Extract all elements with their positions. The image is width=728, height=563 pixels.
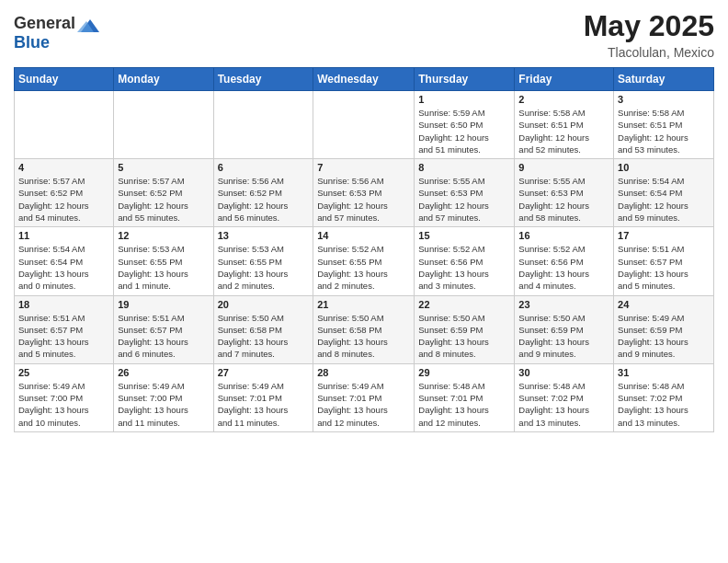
table-row: 19Sunrise: 5:51 AMSunset: 6:57 PMDayligh… bbox=[114, 295, 213, 363]
day-info: Sunrise: 5:49 AMSunset: 6:59 PMDaylight:… bbox=[618, 312, 710, 361]
day-info: Sunrise: 5:51 AMSunset: 6:57 PMDaylight:… bbox=[618, 243, 710, 292]
day-number: 13 bbox=[218, 230, 310, 241]
day-info: Sunrise: 5:52 AMSunset: 6:56 PMDaylight:… bbox=[518, 243, 609, 292]
table-row: 18Sunrise: 5:51 AMSunset: 6:57 PMDayligh… bbox=[15, 295, 114, 363]
table-row bbox=[114, 91, 213, 159]
day-number: 24 bbox=[618, 299, 710, 310]
table-row: 24Sunrise: 5:49 AMSunset: 6:59 PMDayligh… bbox=[614, 295, 714, 363]
day-number: 26 bbox=[118, 367, 209, 378]
logo: General Blue bbox=[14, 14, 99, 52]
table-row: 22Sunrise: 5:50 AMSunset: 6:59 PMDayligh… bbox=[415, 295, 515, 363]
table-row: 10Sunrise: 5:54 AMSunset: 6:54 PMDayligh… bbox=[614, 159, 714, 227]
table-row: 12Sunrise: 5:53 AMSunset: 6:55 PMDayligh… bbox=[114, 227, 213, 295]
table-row: 11Sunrise: 5:54 AMSunset: 6:54 PMDayligh… bbox=[15, 227, 114, 295]
day-number: 18 bbox=[18, 299, 109, 310]
table-row: 29Sunrise: 5:48 AMSunset: 7:01 PMDayligh… bbox=[415, 363, 515, 431]
day-info: Sunrise: 5:55 AMSunset: 6:53 PMDaylight:… bbox=[418, 175, 510, 224]
day-number: 21 bbox=[317, 299, 410, 310]
day-info: Sunrise: 5:54 AMSunset: 6:54 PMDaylight:… bbox=[618, 175, 710, 224]
day-info: Sunrise: 5:53 AMSunset: 6:55 PMDaylight:… bbox=[218, 243, 310, 292]
day-info: Sunrise: 5:55 AMSunset: 6:53 PMDaylight:… bbox=[518, 175, 609, 224]
day-info: Sunrise: 5:50 AMSunset: 6:59 PMDaylight:… bbox=[418, 312, 510, 361]
table-row: 27Sunrise: 5:49 AMSunset: 7:01 PMDayligh… bbox=[213, 363, 313, 431]
day-number: 6 bbox=[218, 162, 310, 173]
table-row: 9Sunrise: 5:55 AMSunset: 6:53 PMDaylight… bbox=[515, 159, 614, 227]
day-number: 25 bbox=[18, 367, 109, 378]
day-number: 10 bbox=[618, 162, 710, 173]
table-row: 2Sunrise: 5:58 AMSunset: 6:51 PMDaylight… bbox=[515, 91, 614, 159]
day-info: Sunrise: 5:48 AMSunset: 7:02 PMDaylight:… bbox=[618, 380, 710, 429]
day-info: Sunrise: 5:56 AMSunset: 6:52 PMDaylight:… bbox=[218, 175, 310, 224]
table-row: 16Sunrise: 5:52 AMSunset: 6:56 PMDayligh… bbox=[515, 227, 614, 295]
day-number: 14 bbox=[317, 230, 410, 241]
day-number: 16 bbox=[518, 230, 609, 241]
table-row: 20Sunrise: 5:50 AMSunset: 6:58 PMDayligh… bbox=[213, 295, 313, 363]
table-row bbox=[313, 91, 415, 159]
table-row: 14Sunrise: 5:52 AMSunset: 6:55 PMDayligh… bbox=[313, 227, 415, 295]
day-info: Sunrise: 5:52 AMSunset: 6:56 PMDaylight:… bbox=[418, 243, 510, 292]
day-number: 3 bbox=[618, 94, 710, 105]
day-number: 27 bbox=[218, 367, 310, 378]
day-number: 29 bbox=[418, 367, 510, 378]
table-row: 30Sunrise: 5:48 AMSunset: 7:02 PMDayligh… bbox=[515, 363, 614, 431]
table-row: 3Sunrise: 5:58 AMSunset: 6:51 PMDaylight… bbox=[614, 91, 714, 159]
day-number: 12 bbox=[118, 230, 209, 241]
col-saturday: Saturday bbox=[614, 68, 714, 91]
day-info: Sunrise: 5:51 AMSunset: 6:57 PMDaylight:… bbox=[18, 312, 109, 361]
col-thursday: Thursday bbox=[415, 68, 515, 91]
day-number: 19 bbox=[118, 299, 209, 310]
table-row: 4Sunrise: 5:57 AMSunset: 6:52 PMDaylight… bbox=[15, 159, 114, 227]
day-number: 28 bbox=[317, 367, 410, 378]
table-row: 26Sunrise: 5:49 AMSunset: 7:00 PMDayligh… bbox=[114, 363, 213, 431]
col-tuesday: Tuesday bbox=[213, 68, 313, 91]
table-row: 31Sunrise: 5:48 AMSunset: 7:02 PMDayligh… bbox=[614, 363, 714, 431]
day-info: Sunrise: 5:48 AMSunset: 7:02 PMDaylight:… bbox=[518, 380, 609, 429]
table-row: 15Sunrise: 5:52 AMSunset: 6:56 PMDayligh… bbox=[415, 227, 515, 295]
table-row: 23Sunrise: 5:50 AMSunset: 6:59 PMDayligh… bbox=[515, 295, 614, 363]
title-block: May 2025 Tlacolulan, Mexico bbox=[584, 9, 714, 60]
calendar-week-row: 11Sunrise: 5:54 AMSunset: 6:54 PMDayligh… bbox=[15, 227, 714, 295]
logo-general-text: General bbox=[14, 15, 75, 33]
day-info: Sunrise: 5:57 AMSunset: 6:52 PMDaylight:… bbox=[18, 175, 109, 224]
calendar-subtitle: Tlacolulan, Mexico bbox=[584, 45, 714, 60]
day-info: Sunrise: 5:49 AMSunset: 7:00 PMDaylight:… bbox=[118, 380, 209, 429]
calendar-week-row: 4Sunrise: 5:57 AMSunset: 6:52 PMDaylight… bbox=[15, 159, 714, 227]
day-number: 23 bbox=[518, 299, 609, 310]
col-monday: Monday bbox=[114, 68, 213, 91]
day-number: 20 bbox=[218, 299, 310, 310]
day-info: Sunrise: 5:49 AMSunset: 7:00 PMDaylight:… bbox=[18, 380, 109, 429]
table-row bbox=[213, 91, 313, 159]
table-row: 7Sunrise: 5:56 AMSunset: 6:53 PMDaylight… bbox=[313, 159, 415, 227]
calendar-week-row: 1Sunrise: 5:59 AMSunset: 6:50 PMDaylight… bbox=[15, 91, 714, 159]
calendar-week-row: 18Sunrise: 5:51 AMSunset: 6:57 PMDayligh… bbox=[15, 295, 714, 363]
table-row: 5Sunrise: 5:57 AMSunset: 6:52 PMDaylight… bbox=[114, 159, 213, 227]
day-number: 5 bbox=[118, 162, 209, 173]
table-row bbox=[15, 91, 114, 159]
day-info: Sunrise: 5:53 AMSunset: 6:55 PMDaylight:… bbox=[118, 243, 209, 292]
table-row: 13Sunrise: 5:53 AMSunset: 6:55 PMDayligh… bbox=[213, 227, 313, 295]
day-info: Sunrise: 5:51 AMSunset: 6:57 PMDaylight:… bbox=[118, 312, 209, 361]
day-number: 7 bbox=[317, 162, 410, 173]
day-info: Sunrise: 5:52 AMSunset: 6:55 PMDaylight:… bbox=[317, 243, 410, 292]
calendar-title: May 2025 bbox=[584, 9, 714, 43]
day-info: Sunrise: 5:58 AMSunset: 6:51 PMDaylight:… bbox=[518, 107, 609, 155]
day-number: 30 bbox=[518, 367, 609, 378]
day-number: 2 bbox=[518, 94, 609, 105]
day-number: 1 bbox=[418, 94, 510, 105]
day-info: Sunrise: 5:50 AMSunset: 6:58 PMDaylight:… bbox=[317, 312, 410, 361]
day-number: 4 bbox=[18, 162, 109, 173]
table-row: 6Sunrise: 5:56 AMSunset: 6:52 PMDaylight… bbox=[213, 159, 313, 227]
table-row: 8Sunrise: 5:55 AMSunset: 6:53 PMDaylight… bbox=[415, 159, 515, 227]
calendar-table: Sunday Monday Tuesday Wednesday Thursday… bbox=[14, 67, 714, 432]
table-row: 25Sunrise: 5:49 AMSunset: 7:00 PMDayligh… bbox=[15, 363, 114, 431]
logo-blue-text: Blue bbox=[14, 34, 99, 52]
calendar-week-row: 25Sunrise: 5:49 AMSunset: 7:00 PMDayligh… bbox=[15, 363, 714, 431]
day-number: 15 bbox=[418, 230, 510, 241]
day-number: 11 bbox=[18, 230, 109, 241]
col-friday: Friday bbox=[515, 68, 614, 91]
day-info: Sunrise: 5:54 AMSunset: 6:54 PMDaylight:… bbox=[18, 243, 109, 292]
table-row: 28Sunrise: 5:49 AMSunset: 7:01 PMDayligh… bbox=[313, 363, 415, 431]
day-info: Sunrise: 5:57 AMSunset: 6:52 PMDaylight:… bbox=[118, 175, 209, 224]
col-wednesday: Wednesday bbox=[313, 68, 415, 91]
day-info: Sunrise: 5:48 AMSunset: 7:01 PMDaylight:… bbox=[418, 380, 510, 429]
